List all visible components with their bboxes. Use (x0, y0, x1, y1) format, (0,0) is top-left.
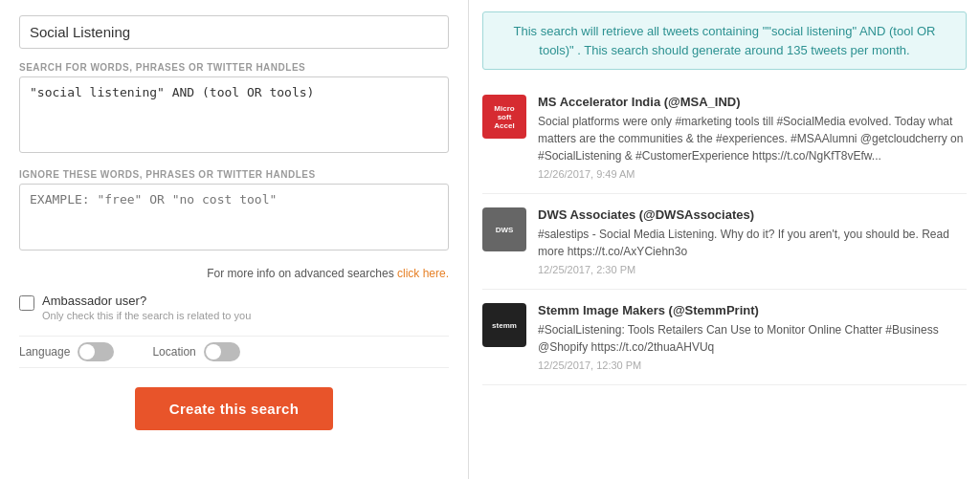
tweet-author: Stemm Image Makers (@StemmPrint) (538, 303, 967, 317)
tweet-item: Micro soft Accel MS Accelerator India (@… (482, 81, 967, 194)
tweet-avatar-inner: DWS (482, 207, 526, 251)
search-query-input[interactable] (19, 76, 449, 153)
ambassador-label: Ambassador user? (42, 294, 251, 308)
ambassador-row: Ambassador user? Only check this if the … (19, 294, 449, 322)
tweet-text: #SocialListening: Tools Retailers Can Us… (538, 321, 967, 356)
ambassador-text: Ambassador user? Only check this if the … (42, 294, 251, 322)
tweet-avatar: Micro soft Accel (482, 95, 526, 139)
tweet-avatar-inner: stemm (482, 303, 526, 347)
left-panel: SEARCH FOR WORDS, PHRASES OR TWITTER HAN… (0, 0, 469, 479)
location-label: Location (152, 345, 195, 359)
ambassador-checkbox[interactable] (19, 295, 34, 311)
location-toggle[interactable] (204, 342, 240, 361)
create-btn-row: Create this search (19, 381, 449, 430)
language-toggle[interactable] (78, 342, 114, 361)
tweet-content: Stemm Image Makers (@StemmPrint) #Social… (538, 303, 967, 371)
info-banner: This search will retrieve all tweets con… (482, 11, 967, 70)
tweet-date: 12/26/2017, 9:49 AM (538, 168, 967, 180)
search-words-section: SEARCH FOR WORDS, PHRASES OR TWITTER HAN… (19, 62, 449, 156)
tweet-content: MS Accelerator India (@MSA_IND) Social p… (538, 95, 967, 180)
tweet-author: MS Accelerator India (@MSA_IND) (538, 95, 967, 109)
location-toggle-group: Location (152, 342, 239, 361)
tweet-text: Social platforms were only #marketing to… (538, 113, 967, 164)
tweet-author: DWS Associates (@DWSAssociates) (538, 207, 967, 222)
advanced-link[interactable]: click here. (397, 267, 449, 280)
ignore-query-input[interactable] (19, 184, 449, 250)
language-label: Language (19, 345, 70, 359)
tweet-content: DWS Associates (@DWSAssociates) #salesti… (538, 207, 967, 275)
search-words-label: SEARCH FOR WORDS, PHRASES OR TWITTER HAN… (19, 62, 449, 73)
ignore-words-label: IGNORE THESE WORDS, PHRASES OR TWITTER H… (19, 169, 449, 180)
language-toggle-group: Language (19, 342, 114, 361)
tweet-avatar: stemm (482, 303, 526, 347)
tweet-item: DWS DWS Associates (@DWSAssociates) #sal… (482, 194, 967, 290)
tweet-date: 12/25/2017, 2:30 PM (538, 264, 967, 275)
right-panel: This search will retrieve all tweets con… (469, 0, 980, 479)
tweet-avatar-inner: Micro soft Accel (482, 95, 526, 139)
tweet-avatar: DWS (482, 207, 526, 251)
create-search-button[interactable]: Create this search (135, 387, 333, 430)
tweet-item: stemm Stemm Image Makers (@StemmPrint) #… (482, 290, 967, 385)
advanced-link-row: For more info on advanced searches click… (19, 267, 449, 280)
ignore-words-section: IGNORE THESE WORDS, PHRASES OR TWITTER H… (19, 169, 449, 253)
ambassador-sublabel: Only check this if the search is related… (42, 310, 251, 321)
search-name-input[interactable] (19, 15, 449, 49)
toggles-row: Language Location (19, 336, 449, 368)
tweet-text: #salestips - Social Media Listening. Why… (538, 226, 967, 260)
tweet-date: 12/25/2017, 12:30 PM (538, 359, 967, 371)
tweets-list: Micro soft Accel MS Accelerator India (@… (469, 81, 980, 385)
advanced-text: For more info on advanced searches (207, 267, 397, 280)
